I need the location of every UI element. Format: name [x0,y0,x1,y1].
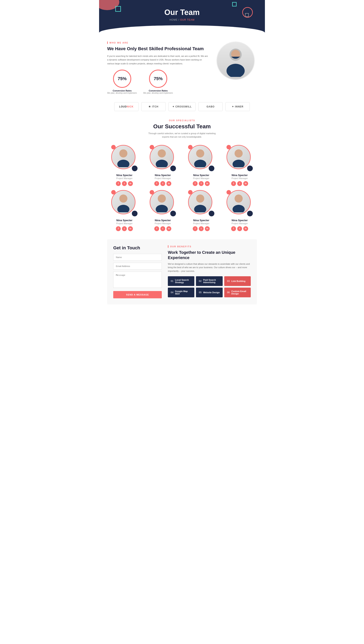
contact-form: Get in Touch SEND A MESSAGE [113,245,162,298]
specialists-desc: Through careful selection, we've curated… [146,132,218,139]
benefit-num: 01 [171,280,173,282]
twitter-icon[interactable]: t [199,226,204,231]
deco-dot-navy [209,166,214,171]
facebook-icon[interactable]: f [193,226,198,231]
linkedin-icon[interactable]: in [205,226,210,231]
deco-dot-navy [170,166,176,171]
team-avatar-wrap [111,145,138,171]
hero-wave-decoration [99,25,265,33]
team-member-name: Nina Specter [184,219,218,222]
twitter-icon[interactable]: t [237,181,242,186]
facebook-icon[interactable]: f [193,181,198,186]
team-avatar-wrap [226,190,253,216]
who-right-avatar [216,42,257,80]
team-card: Nina Specter Project Manager f t in [146,145,180,186]
team-member-name: Nina Specter [107,174,142,177]
hero-decoration-square2 [232,2,236,7]
svg-point-1 [226,64,245,77]
team-member-role: Project Manager [184,222,218,225]
stat-desc-2: We plan, develop and implement. [143,92,173,94]
team-card: Nina Specter Project Manager f t in [222,145,257,186]
stat-circle-1: 75% [113,70,131,88]
facebook-icon[interactable]: f [231,181,236,186]
benefit-num: 04 [171,291,173,294]
stat-value-1: 75% [118,76,126,81]
who-heading: We Have Only Best Skilled Professional T… [107,46,208,52]
svg-point-23 [197,195,203,201]
deco-dot-pink [226,145,231,149]
facebook-icon[interactable]: f [116,181,121,186]
partner-logo-1: ⛯ ITCH [141,102,166,111]
twitter-icon[interactable]: t [199,181,204,186]
social-icons: f t in [107,181,142,186]
svg-point-14 [236,150,242,156]
linkedin-icon[interactable]: in [243,181,248,186]
social-icons: f t in [184,181,218,186]
linkedin-icon[interactable]: in [243,226,248,231]
message-input[interactable] [113,272,162,288]
svg-point-26 [236,195,242,201]
linkedin-icon[interactable]: in [166,226,171,231]
specialists-heading: Our Successful Team [107,123,257,130]
stat-label-1: Conversion Rates [107,90,137,92]
breadcrumb-home[interactable]: HOME [170,19,178,21]
benefit-label: Website Design [203,291,220,294]
stat-value-2: 75% [154,76,162,81]
hero-decoration-circle [242,7,253,18]
breadcrumb: HOME / OUR TEAM [103,19,261,21]
hero-section: Our Team HOME / OUR TEAM [99,0,265,33]
team-hero-avatar [216,42,255,80]
partner-logo-4: ✦ INNER [226,102,250,111]
team-member-name: Nina Specter [146,219,180,222]
facebook-icon[interactable]: f [154,181,159,186]
facebook-icon[interactable]: f [231,226,236,231]
benefit-num: 05 [199,291,202,294]
benefits-section: OUR BENEFITS Work Together to Create an … [168,245,251,298]
linkedin-icon[interactable]: in [166,181,171,186]
twitter-icon[interactable]: t [122,181,127,186]
team-member-role: Project Manager [107,177,142,180]
benefit-card: 03 Link Building [224,276,251,286]
deco-dot-pink [111,190,116,194]
facebook-icon[interactable]: f [116,226,121,231]
linkedin-icon[interactable]: in [205,181,210,186]
team-avatar-wrap [188,190,214,216]
stat-circle-2: 75% [149,70,167,88]
benefit-card: 02 Paid Search Advertising [196,276,222,286]
stats-row: 75% Conversion Rates We plan, develop an… [107,70,208,94]
benefit-card: 05 Website Design [196,287,222,297]
twitter-icon[interactable]: t [237,226,242,231]
benefit-label: Paid Search Advertising [203,279,220,283]
deco-dot-navy [247,166,253,171]
partner-logo-3: GABO [198,102,223,111]
team-member-name: Nina Specter [222,219,257,222]
linkedin-icon[interactable]: in [128,181,133,186]
send-button[interactable]: SEND A MESSAGE [113,291,162,298]
name-input[interactable] [113,254,162,261]
social-icons: f t in [222,181,257,186]
twitter-icon[interactable]: t [160,181,165,186]
twitter-icon[interactable]: t [122,226,127,231]
deco-dot-pink [188,145,192,149]
svg-point-8 [159,150,165,156]
benefits-heading: Work Together to Create an Unique Experi… [168,250,251,260]
twitter-icon[interactable]: t [160,226,165,231]
team-member-role: Project Manager [146,222,180,225]
facebook-icon[interactable]: f [154,226,159,231]
linkedin-icon[interactable]: in [128,226,133,231]
svg-point-13 [232,160,245,167]
svg-point-22 [194,205,206,212]
team-card: Nina Specter Project Manager f t in [107,190,142,231]
benefit-num: 02 [199,280,202,282]
who-we-are-section: WHO WE ARE We Have Only Best Skilled Pro… [107,42,257,94]
social-icons: f t in [146,226,180,231]
who-tag: WHO WE ARE [107,42,208,44]
deco-dot-pink [150,190,154,194]
benefit-num: 03 [227,280,230,282]
team-avatar-wrap [150,145,176,171]
breadcrumb-separator: / [178,19,179,21]
email-input[interactable] [113,263,162,269]
deco-dot-navy [170,211,176,216]
social-icons: f t in [184,226,218,231]
specialists-section: OUR SPECIALISTS Our Successful Team Thro… [107,119,257,139]
